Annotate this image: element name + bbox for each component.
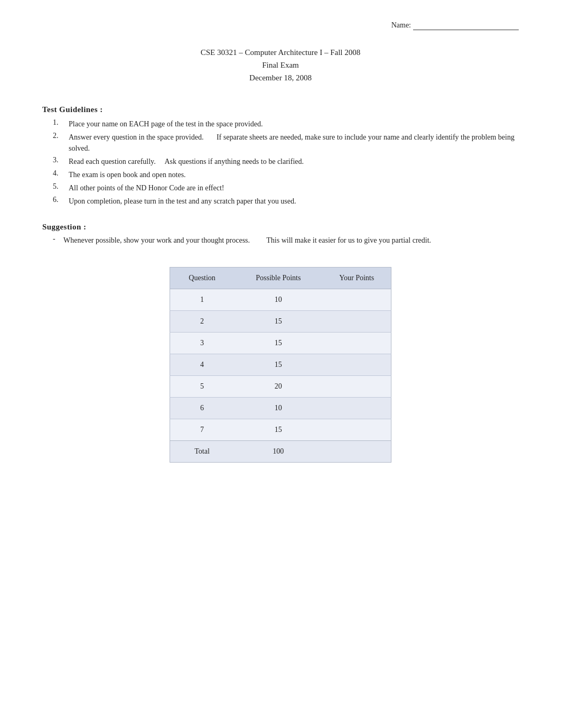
col-question: Question — [170, 268, 235, 289]
your-points — [323, 289, 391, 311]
header-line1: CSE 30321 – Computer Architecture I – Fa… — [42, 46, 519, 59]
score-table: Question Possible Points Your Points 1 1… — [170, 267, 391, 463]
list-item: 5. All other points of the ND Honor Code… — [42, 182, 519, 193]
total-points: 100 — [234, 441, 322, 463]
possible-points: 20 — [234, 376, 322, 398]
table-row: 5 20 — [170, 376, 391, 398]
total-label: Total — [170, 441, 235, 463]
suggestion-title: Suggestion : — [42, 223, 519, 232]
question-num: 3 — [170, 333, 235, 354]
guidelines-list: 1. Place your name on EACH page of the t… — [42, 118, 519, 207]
list-num: 1. — [53, 118, 69, 130]
question-num: 4 — [170, 354, 235, 376]
your-points — [323, 311, 391, 333]
list-text: Read each question carefully. Ask questi… — [69, 156, 304, 167]
list-item: 2. Answer every question in the space pr… — [42, 132, 519, 154]
table-row: 3 15 — [170, 333, 391, 354]
list-item: 1. Place your name on EACH page of the t… — [42, 118, 519, 130]
list-item: 4. The exam is open book and open notes. — [42, 169, 519, 180]
name-underline — [413, 21, 519, 30]
list-text: The exam is open book and open notes. — [69, 169, 186, 180]
question-num: 1 — [170, 289, 235, 311]
list-text: All other points of the ND Honor Code ar… — [69, 182, 224, 193]
your-points — [323, 419, 391, 441]
possible-points: 15 — [234, 354, 322, 376]
possible-points: 15 — [234, 333, 322, 354]
your-points — [323, 354, 391, 376]
total-your-points — [323, 441, 391, 463]
your-points — [323, 333, 391, 354]
list-num: 3. — [53, 156, 69, 167]
suggestion-dash: - — [53, 235, 63, 246]
possible-points: 10 — [234, 398, 322, 419]
list-num: 5. — [53, 182, 69, 193]
guidelines-title: Test Guidelines : — [42, 105, 519, 114]
score-table-wrapper: Question Possible Points Your Points 1 1… — [42, 267, 519, 463]
list-text: Place your name on EACH page of the test… — [69, 118, 263, 130]
your-points — [323, 398, 391, 419]
list-item: 6. Upon completion, please turn in the t… — [42, 196, 519, 207]
table-row: 1 10 — [170, 289, 391, 311]
suggestion-section: Suggestion : - Whenever possible, show y… — [42, 223, 519, 246]
header-line3: December 18, 2008 — [42, 71, 519, 84]
col-possible-points: Possible Points — [234, 268, 322, 289]
name-line: Name: — [42, 21, 519, 30]
table-total-row: Total 100 — [170, 441, 391, 463]
suggestion-text: Whenever possible, show your work and yo… — [63, 235, 431, 246]
question-num: 2 — [170, 311, 235, 333]
possible-points: 10 — [234, 289, 322, 311]
list-num: 4. — [53, 169, 69, 180]
list-text: Answer every question in the space provi… — [69, 132, 519, 154]
question-num: 6 — [170, 398, 235, 419]
exam-header: CSE 30321 – Computer Architecture I – Fa… — [42, 46, 519, 84]
possible-points: 15 — [234, 419, 322, 441]
list-num: 2. — [53, 132, 69, 154]
table-row: 7 15 — [170, 419, 391, 441]
col-your-points: Your Points — [323, 268, 391, 289]
table-row: 2 15 — [170, 311, 391, 333]
header-line2: Final Exam — [42, 59, 519, 71]
possible-points: 15 — [234, 311, 322, 333]
list-item: 3. Read each question carefully. Ask que… — [42, 156, 519, 167]
table-header-row: Question Possible Points Your Points — [170, 268, 391, 289]
guidelines-section: Test Guidelines : 1. Place your name on … — [42, 105, 519, 207]
list-num: 6. — [53, 196, 69, 207]
table-row: 4 15 — [170, 354, 391, 376]
your-points — [323, 376, 391, 398]
question-num: 7 — [170, 419, 235, 441]
name-label: Name: — [391, 21, 411, 29]
table-row: 6 10 — [170, 398, 391, 419]
list-text: Upon completion, please turn in the test… — [69, 196, 296, 207]
question-num: 5 — [170, 376, 235, 398]
suggestion-item: - Whenever possible, show your work and … — [42, 235, 519, 246]
